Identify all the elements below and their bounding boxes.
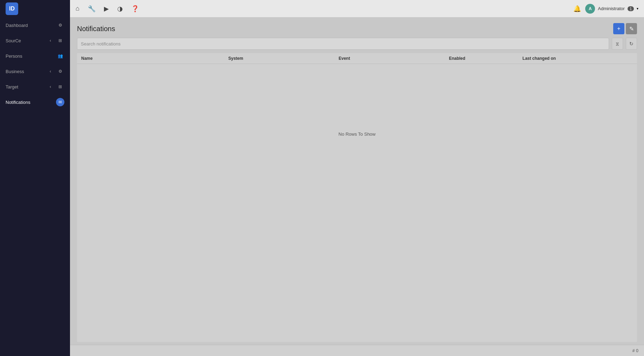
hash-icon: # xyxy=(632,348,635,353)
user-name: Administrator xyxy=(598,6,625,11)
table-body: No Rows To Show xyxy=(77,64,637,204)
sidebar: ID Dashboard ⚙ SourCe ‹ ⊞ Persons 👥 Busi… xyxy=(0,0,70,356)
business-chevron-icon[interactable]: ‹ xyxy=(46,67,55,76)
business-label: Business xyxy=(6,69,24,74)
table-header: Name System Event Enabled Last changed o… xyxy=(77,53,637,64)
dashboard-label: Dashboard xyxy=(6,23,28,28)
persons-label: Persons xyxy=(6,54,22,59)
user-avatar: A xyxy=(585,4,595,14)
business-settings-icon[interactable]: ⚙ xyxy=(56,67,64,76)
footer-count: # 0 xyxy=(632,348,638,353)
sidebar-item-dashboard[interactable]: Dashboard ⚙ xyxy=(0,17,70,33)
source-settings-icon[interactable]: ⊞ xyxy=(56,36,64,45)
page-footer: # 0 xyxy=(70,345,644,356)
notifications-icon[interactable]: ✉ xyxy=(56,98,64,106)
target-label: Target xyxy=(6,84,18,90)
main-content: ⌂ 🔧 ▶ ◑ ❓ 🔔 A Administrator 1 ▾ Notifica… xyxy=(70,0,644,356)
edit-notification-button[interactable]: ✎ xyxy=(626,23,637,34)
filter-button[interactable]: ⧖ xyxy=(612,38,623,50)
page-title: Notifications xyxy=(77,25,115,33)
pie-icon[interactable]: ◑ xyxy=(117,5,123,13)
persons-settings-icon[interactable]: 👥 xyxy=(56,52,64,60)
top-navigation: ⌂ 🔧 ▶ ◑ ❓ 🔔 A Administrator 1 ▾ xyxy=(70,0,644,17)
empty-message: No Rows To Show xyxy=(338,131,376,137)
wrench-icon[interactable]: 🔧 xyxy=(88,5,96,13)
sidebar-item-notifications[interactable]: Notifications ✉ xyxy=(0,94,70,110)
col-enabled: Enabled xyxy=(449,56,523,61)
page-content: Notifications + ✎ ⧖ ↻ Name System Event … xyxy=(70,17,644,356)
col-event: Event xyxy=(338,56,449,61)
topnav-icons: ⌂ 🔧 ▶ ◑ ❓ xyxy=(76,5,139,13)
col-name: Name xyxy=(81,56,228,61)
refresh-button[interactable]: ↻ xyxy=(626,38,637,50)
topnav-right: 🔔 A Administrator 1 ▾ xyxy=(573,4,638,14)
target-settings-icon[interactable]: ⊞ xyxy=(56,83,64,91)
sidebar-item-source[interactable]: SourCe ‹ ⊞ xyxy=(0,33,70,48)
search-bar: ⧖ ↻ xyxy=(70,38,644,53)
filter-icon: ⧖ xyxy=(616,41,619,47)
dashboard-settings-icon[interactable]: ⚙ xyxy=(56,21,64,29)
target-chevron-icon[interactable]: ‹ xyxy=(46,83,55,91)
row-count: 0 xyxy=(636,348,638,353)
help-icon[interactable]: ❓ xyxy=(131,5,139,13)
notifications-label: Notifications xyxy=(6,100,30,105)
sidebar-logo: ID xyxy=(0,0,70,17)
sidebar-item-business[interactable]: Business ‹ ⚙ xyxy=(0,64,70,79)
notifications-table: Name System Event Enabled Last changed o… xyxy=(77,53,637,342)
col-system: System xyxy=(228,56,338,61)
sidebar-item-persons[interactable]: Persons 👥 xyxy=(0,48,70,64)
sidebar-item-target[interactable]: Target ‹ ⊞ xyxy=(0,79,70,94)
user-menu-chevron-icon: ▾ xyxy=(637,7,638,10)
user-menu[interactable]: A Administrator 1 ▾ xyxy=(585,4,638,14)
play-icon[interactable]: ▶ xyxy=(104,5,109,13)
content-header: Notifications + ✎ xyxy=(70,17,644,38)
user-badge: 1 xyxy=(628,6,634,11)
source-chevron-icon[interactable]: ‹ xyxy=(46,36,55,45)
source-label: SourCe xyxy=(6,38,21,43)
bell-icon[interactable]: 🔔 xyxy=(573,5,581,13)
header-actions: + ✎ xyxy=(613,23,637,34)
add-notification-button[interactable]: + xyxy=(613,23,624,34)
home-icon[interactable]: ⌂ xyxy=(76,5,79,12)
search-input[interactable] xyxy=(77,38,609,50)
refresh-icon: ↻ xyxy=(629,41,634,47)
app-logo: ID xyxy=(6,2,18,15)
col-last-changed: Last changed on xyxy=(523,56,633,61)
